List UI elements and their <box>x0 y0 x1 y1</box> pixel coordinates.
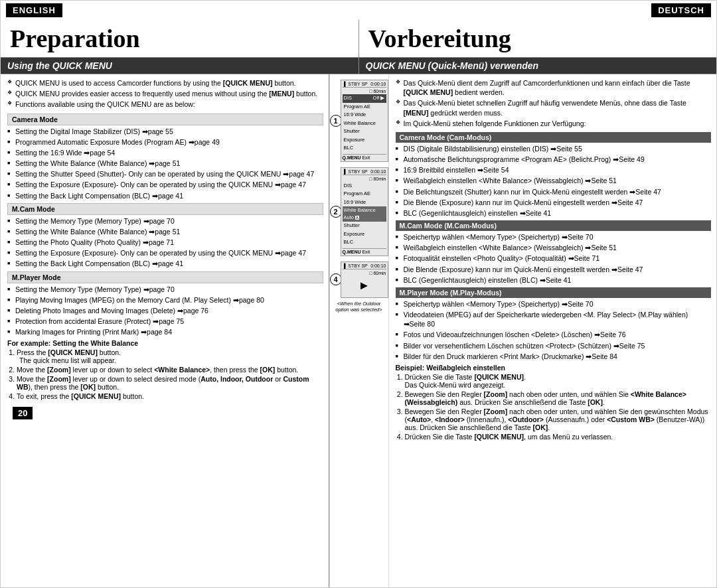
de-camera-mode-item-4: Weißabgleich einstellen <White Balance> … <box>396 176 712 185</box>
mcam-mode-label-de: M.Cam Mode (M.Cam-Modus) <box>396 220 712 231</box>
example-step-2: Move the [Zoom] lever up or down to sele… <box>17 366 323 374</box>
circle-2: 2 <box>330 204 341 219</box>
example-steps-de: Drücken Sie die Taste [QUICK MENU].Das Q… <box>396 373 712 441</box>
intro-bullets-de: Das Quick-Menü dient dem Zugriff auf Cam… <box>396 78 712 128</box>
de-intro-bullet-1: Das Quick-Menü dient dem Zugriff auf Cam… <box>396 78 712 97</box>
title-row: Preparation Vorbereitung <box>1 20 716 58</box>
left-content: QUICK MENU is used to access Camcorder f… <box>1 74 329 587</box>
de-mplayer-mode-item-1: Speichertyp wählen <Memory Type> (Speich… <box>396 299 712 309</box>
intro-bullet-3: Functions available using the QUICK MENU… <box>7 100 323 109</box>
de-camera-mode-item-2: Automatische Belichtungsprogramme <Progr… <box>396 155 712 164</box>
de-example-step-2: Bewegen Sie den Regler [Zoom] nach oben … <box>405 390 712 406</box>
mplayer-mode-label-de: M.Player Mode (M.Play-Modus) <box>396 287 712 298</box>
de-example-step-1: Drücken Sie die Taste [QUICK MENU].Das Q… <box>405 373 712 389</box>
de-camera-mode-item-5: Die Belichtungszeit (Shutter) kann nur i… <box>396 187 712 196</box>
mplayer-mode-list-de: Speichertyp wählen <Memory Type> (Speich… <box>396 299 712 361</box>
page-title-en: Preparation <box>10 24 349 53</box>
de-mplayer-mode-item-2: Videodateien (MPEG) auf der Speicherkart… <box>396 310 712 329</box>
language-bar: ENGLISH DEUTSCH <box>1 1 716 20</box>
screen2-row: 2 ▐ STBY SP 0:00:10 □ 60min DIS Program … <box>330 167 388 256</box>
lang-english: ENGLISH <box>6 3 62 17</box>
mcam-mode-item-2: Setting the White Balance (White Balance… <box>7 227 323 236</box>
caption-outdoor: <When the Outdoor option was selected> <box>330 301 388 313</box>
camera-mode-list-de: DIS (Digitale Bildstabilisierung) einste… <box>396 144 712 218</box>
camera-mode-label-de: Camera Mode (Cam-Modus) <box>396 132 712 143</box>
arrow-right-icon: ► <box>358 279 370 293</box>
mplayer-mode-item-2: Playing Moving Images (MPEG) on the Memo… <box>7 295 323 305</box>
de-camera-mode-item-6: Die Blende (Exposure) kann nur im Quick-… <box>396 198 712 207</box>
main-content-area: QUICK MENU is used to access Camcorder f… <box>1 74 716 587</box>
page-number-container: 20 <box>7 404 323 419</box>
de-example-step-4: Drücken Sie die Taste [QUICK MENU], um d… <box>405 433 712 441</box>
de-intro-bullet-3: Im Quick-Menü stehen folgende Funktionen… <box>396 119 712 128</box>
intro-bullet-1: QUICK MENU is used to access Camcorder f… <box>7 78 323 88</box>
example-steps-en: Press the [QUICK MENU] button.The quick … <box>7 348 323 400</box>
de-mcam-mode-item-4: Die Blende (Exposure) kann nur im Quick-… <box>396 265 712 274</box>
mcam-mode-item-1: Setting the Memory Type (Memory Type) ➡p… <box>7 216 323 226</box>
intro-bullets-en: QUICK MENU is used to access Camcorder f… <box>7 78 323 110</box>
de-mplayer-mode-item-3: Fotos und Videoaufzeichnungen löschen <D… <box>396 330 712 339</box>
section-title-en: Using the QUICK MENU <box>1 58 358 74</box>
mplayer-mode-item-5: Marking Images for Printing (Print Mark)… <box>7 327 323 336</box>
de-camera-mode-item-7: BLC (Gegenlichtausgleich) einstellen ➡Se… <box>396 208 712 218</box>
camera-mode-item-6: Setting the Exposure (Exposure)- Only ca… <box>7 180 323 189</box>
intro-bullet-2: QUICK MENU provides easier access to fre… <box>7 89 323 98</box>
section-headers-row: Using the QUICK MENU QUICK MENU (Quick-M… <box>1 58 716 74</box>
camera-mode-item-3: Setting the 16:9 Wide ➡page 54 <box>7 148 323 157</box>
de-mplayer-mode-item-5: Bilder für den Druck markieren <Print Ma… <box>396 352 712 361</box>
cam1-item-dis: DIS Off ▶ <box>343 94 386 103</box>
mplayer-mode-label-en: M.Player Mode <box>7 271 323 283</box>
example-section-en: For example: Setting the White Balance P… <box>7 339 323 400</box>
title-right: Vorbereitung <box>359 20 717 57</box>
camera-mode-item-7: Setting the Back Light Compensation (BLC… <box>7 191 323 200</box>
mcam-mode-list-de: Speichertyp wählen <Memory Type> (Speich… <box>396 232 712 285</box>
example-step-3: Move the [Zoom] lever up or down to sele… <box>17 375 323 391</box>
mcam-mode-label-en: M.Cam Mode <box>7 203 323 215</box>
de-mplayer-mode-item-4: Bilder vor versehentlichem Löschen schüt… <box>396 341 712 350</box>
cam-screen-2: ▐ STBY SP 0:00:10 □ 60min DIS Program AE… <box>341 167 388 256</box>
camera-mode-item-4: Setting the White Balance (White Balance… <box>7 159 323 168</box>
mplayer-mode-list-en: Setting the Memory Type (Memory Type) ➡p… <box>7 285 323 337</box>
camera-mode-item-1: Setting the Digital Image Stabilizer (DI… <box>7 127 323 136</box>
example-title-en: For example: Setting the White Balance <box>7 339 323 347</box>
example-section-de: Beispiel: Weißabgleich einstellen Drücke… <box>396 364 712 441</box>
mcam-mode-item-3: Setting the Photo Quality (Photo Quality… <box>7 238 323 247</box>
title-left: Preparation <box>1 20 359 57</box>
de-mcam-mode-item-3: Fotoqualität einstellen <Photo Quality> … <box>396 254 712 263</box>
camera-mode-list-en: Setting the Digital Image Stabilizer (DI… <box>7 127 323 200</box>
de-camera-mode-item-3: 16:9 Breitbild einstellen ➡Seite 54 <box>396 165 712 175</box>
camera-mode-item-2: Programmed Automatic Exposure Modes (Pro… <box>7 137 323 147</box>
mcam-mode-item-4: Setting the Exposure (Exposure)- Only ca… <box>7 248 323 257</box>
camera-mode-label-en: Camera Mode <box>7 113 323 125</box>
cam2-item-wb: White Balance Auto A <box>343 206 386 222</box>
circle-1: 1 <box>330 113 341 128</box>
mplayer-mode-item-1: Setting the Memory Type (Memory Type) ➡p… <box>7 285 323 294</box>
example-step-4: To exit, press the [QUICK MENU] button. <box>17 392 323 400</box>
cam-screen-3: ▐ STBY SP 0:00:10 □ 60min ► <box>341 261 388 298</box>
right-content: Das Quick-Menü dient dem Zugriff auf Cam… <box>389 74 717 587</box>
de-example-step-3: Bewegen Sie den Regler [Zoom] nach oben … <box>405 407 712 431</box>
example-step-1: Press the [QUICK MENU] button.The quick … <box>17 348 323 364</box>
circle-4: 4 <box>330 272 341 287</box>
section-header-left: Using the QUICK MENU <box>1 58 359 74</box>
page-title-de: Vorbereitung <box>368 24 708 53</box>
mcam-mode-list-en: Setting the Memory Type (Memory Type) ➡p… <box>7 216 323 269</box>
de-intro-bullet-2: Das Quick-Menü bietet schnellen Zugriff … <box>396 98 712 117</box>
de-mcam-mode-item-2: Weißabgleich einstellen <White Balance> … <box>396 243 712 252</box>
de-mcam-mode-item-1: Speichertyp wählen <Memory Type> (Speich… <box>396 232 712 242</box>
lang-deutsch: DEUTSCH <box>651 3 711 17</box>
camera-mode-item-5: Setting the Shutter Speed (Shutter)- Onl… <box>7 169 323 179</box>
section-title-de: QUICK MENU (Quick-Menü) verwenden <box>359 58 717 74</box>
middle-images: 1 ▐ STBY SP 0:00:10 □ 60min DIS Off ▶ Pr… <box>329 74 389 587</box>
example-title-de: Beispiel: Weißabgleich einstellen <box>396 364 712 372</box>
mplayer-mode-item-4: Protection from accidental Erasure (Prot… <box>7 317 323 326</box>
cam-screen-1: ▐ STBY SP 0:00:10 □ 60min DIS Off ▶ Prog… <box>341 80 388 162</box>
mcam-mode-item-5: Setting the Back Light Compensation (BLC… <box>7 259 323 268</box>
de-mcam-mode-item-5: BLC (Gegenlichtausgleich) einstellen (BL… <box>396 275 712 285</box>
mplayer-mode-item-3: Deleting Photo Images and Moving Images … <box>7 306 323 315</box>
screen3-row: 4 ▐ STBY SP 0:00:10 □ 60min ► <box>330 261 388 298</box>
section-header-right: QUICK MENU (Quick-Menü) verwenden <box>359 58 717 74</box>
de-camera-mode-item-1: DIS (Digitale Bildstabilisierung) einste… <box>396 144 712 153</box>
screen1-row: 1 ▐ STBY SP 0:00:10 □ 60min DIS Off ▶ Pr… <box>330 80 388 162</box>
page-container: ENGLISH DEUTSCH Preparation Vorbereitung… <box>0 0 717 588</box>
